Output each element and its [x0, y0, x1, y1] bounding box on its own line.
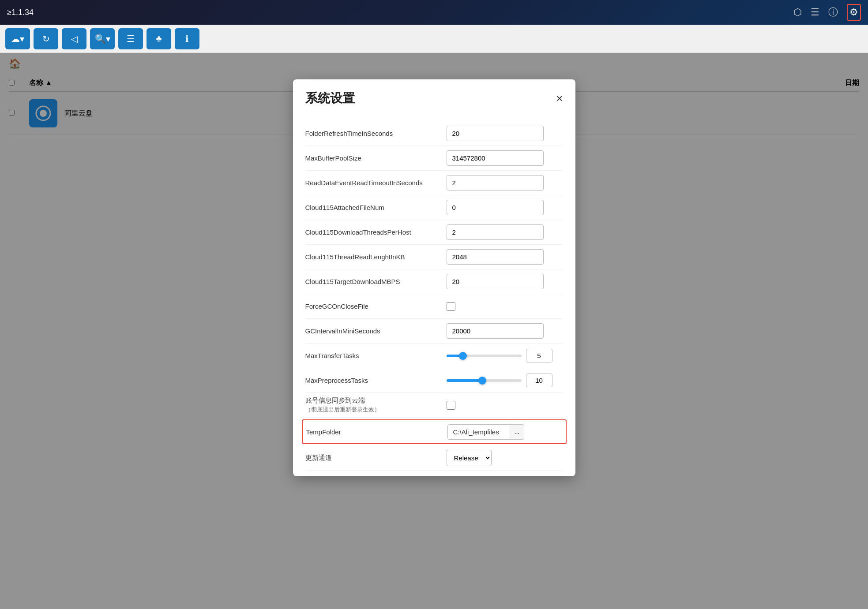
info-button[interactable]: ℹ	[175, 28, 199, 49]
setting-row-max-preprocess: MaxPreprocessTasks	[305, 368, 563, 393]
setting-label-gc-interval: GCIntervalInMiniSeconds	[305, 327, 447, 335]
modal-overlay: 系统设置 × FolderRefreshTimeInSeconds MaxBuf…	[0, 53, 868, 609]
setting-row-folder-refresh: FolderRefreshTimeInSeconds	[305, 121, 563, 146]
slider-fill-max-preprocess	[447, 379, 483, 382]
input-cloud115-mbps[interactable]	[447, 274, 544, 289]
setting-value-cloud115-mbps	[447, 274, 563, 289]
slider-track-max-transfer[interactable]	[447, 355, 522, 357]
top-bar-icons: ⬡ ☰ ⓘ ⚙	[793, 4, 861, 21]
setting-label-folder-refresh: FolderRefreshTimeInSeconds	[305, 130, 447, 137]
setting-row-temp-folder: TempFolder C:\Ali_tempfiles ...	[302, 419, 567, 444]
setting-label-max-buffer: MaxBufferPoolSize	[305, 154, 447, 162]
slider-thumb-max-transfer[interactable]	[459, 352, 467, 360]
setting-label-read-timeout: ReadDataEventReadTimeoutInSeconds	[305, 179, 447, 187]
search-button[interactable]: 🔍▾	[90, 28, 115, 49]
setting-value-max-preprocess	[447, 374, 563, 387]
setting-row-cloud115-mbps: Cloud115TargetDownloadMBPS	[305, 269, 563, 294]
checkbox-force-gc[interactable]	[447, 302, 455, 311]
main-content: 🏠 名称 ▲ 日期 阿里云盘 系统设	[0, 53, 868, 609]
setting-value-update-channel: Release Beta	[447, 450, 563, 466]
select-update-channel[interactable]: Release Beta	[447, 450, 492, 466]
setting-label-temp-folder: TempFolder	[306, 428, 447, 436]
top-bar: ≥1.1.34 ⬡ ☰ ⓘ ⚙	[0, 0, 868, 25]
setting-value-cloud115-attached	[447, 200, 563, 215]
modal-header: 系统设置 ×	[293, 79, 575, 114]
setting-row-max-buffer: MaxBufferPoolSize	[305, 146, 563, 171]
setting-value-read-timeout	[447, 175, 563, 191]
setting-label-cloud115-mbps: Cloud115TargetDownloadMBPS	[305, 278, 447, 285]
input-cloud115-attached[interactable]	[447, 200, 544, 215]
setting-row-read-timeout: ReadDataEventReadTimeoutInSeconds	[305, 171, 563, 195]
setting-value-cloud115-length	[447, 249, 563, 265]
list-icon[interactable]: ☰	[811, 7, 819, 18]
label-account-sync-main: 账号信息同步到云端	[305, 396, 447, 405]
setting-label-cloud115-length: Cloud115ThreadReadLenghtInKB	[305, 253, 447, 261]
setting-row-account-sync: 账号信息同步到云端 （彻底退出后重新登录生效）	[305, 393, 563, 418]
modal-title: 系统设置	[305, 90, 355, 107]
secondary-toolbar: ☁▾ ↻ ◁ 🔍▾ ☰ ♣ ℹ	[0, 25, 868, 53]
setting-label-cloud115-threads: Cloud115DownloadThreadsPerHost	[305, 228, 447, 236]
setting-label-account-sync: 账号信息同步到云端 （彻底退出后重新登录生效）	[305, 396, 447, 414]
slider-container-max-transfer	[447, 349, 563, 362]
setting-label-update-channel: 更新通道	[305, 454, 447, 462]
input-cloud115-length[interactable]	[447, 249, 544, 265]
slider-track-max-preprocess[interactable]	[447, 379, 522, 382]
setting-value-gc-interval	[447, 323, 563, 339]
share-icon[interactable]: ⬡	[793, 7, 802, 18]
setting-value-temp-folder: C:\Ali_tempfiles ...	[447, 424, 562, 440]
refresh-button[interactable]: ↻	[34, 28, 58, 49]
settings-icon[interactable]: ⚙	[847, 4, 861, 21]
app-version: ≥1.1.34	[7, 8, 34, 17]
info-icon[interactable]: ⓘ	[828, 6, 838, 19]
modal-close-button[interactable]: ×	[556, 93, 563, 104]
setting-row-max-transfer: MaxTransferTasks	[305, 344, 563, 368]
setting-value-max-buffer	[447, 150, 563, 166]
setting-value-folder-refresh	[447, 126, 563, 141]
setting-row-force-gc: ForceGCOnCloseFile	[305, 294, 563, 319]
setting-row-cloud115-threads: Cloud115DownloadThreadsPerHost	[305, 220, 563, 245]
setting-row-cloud115-length: Cloud115ThreadReadLenghtInKB	[305, 245, 563, 269]
cloud-button[interactable]: ☁▾	[5, 28, 30, 49]
settings-modal: 系统设置 × FolderRefreshTimeInSeconds MaxBuf…	[293, 79, 575, 476]
tempfolder-value-container: C:\Ali_tempfiles ...	[447, 424, 525, 440]
tree-button[interactable]: ♣	[147, 28, 171, 49]
tempfolder-path: C:\Ali_tempfiles	[448, 425, 510, 439]
input-max-preprocess[interactable]	[526, 374, 552, 387]
input-max-buffer[interactable]	[447, 150, 544, 166]
input-max-transfer[interactable]	[526, 349, 552, 362]
setting-row-gc-interval: GCIntervalInMiniSeconds	[305, 319, 563, 344]
modal-body[interactable]: FolderRefreshTimeInSeconds MaxBufferPool…	[293, 114, 575, 476]
setting-value-max-transfer	[447, 349, 563, 362]
setting-value-cloud115-threads	[447, 224, 563, 240]
checkbox-account-sync[interactable]	[447, 401, 455, 410]
setting-value-force-gc	[447, 302, 563, 311]
setting-label-force-gc: ForceGCOnCloseFile	[305, 303, 447, 310]
share-button[interactable]: ◁	[62, 28, 86, 49]
setting-label-max-preprocess: MaxPreprocessTasks	[305, 377, 447, 384]
slider-container-max-preprocess	[447, 374, 563, 387]
input-read-timeout[interactable]	[447, 175, 544, 191]
setting-value-account-sync	[447, 401, 563, 410]
label-account-sync-sub: （彻底退出后重新登录生效）	[305, 406, 447, 414]
input-folder-refresh[interactable]	[447, 126, 544, 141]
setting-label-cloud115-attached: Cloud115AttachedFileNum	[305, 204, 447, 211]
input-gc-interval[interactable]	[447, 323, 544, 339]
list-button[interactable]: ☰	[118, 28, 143, 49]
setting-label-max-transfer: MaxTransferTasks	[305, 352, 447, 359]
tempfolder-browse-button[interactable]: ...	[510, 425, 524, 439]
setting-row-cloud115-attached: Cloud115AttachedFileNum	[305, 195, 563, 220]
slider-thumb-max-preprocess[interactable]	[478, 377, 486, 385]
setting-row-update-channel: 更新通道 Release Beta	[305, 446, 563, 471]
input-cloud115-threads[interactable]	[447, 224, 544, 240]
